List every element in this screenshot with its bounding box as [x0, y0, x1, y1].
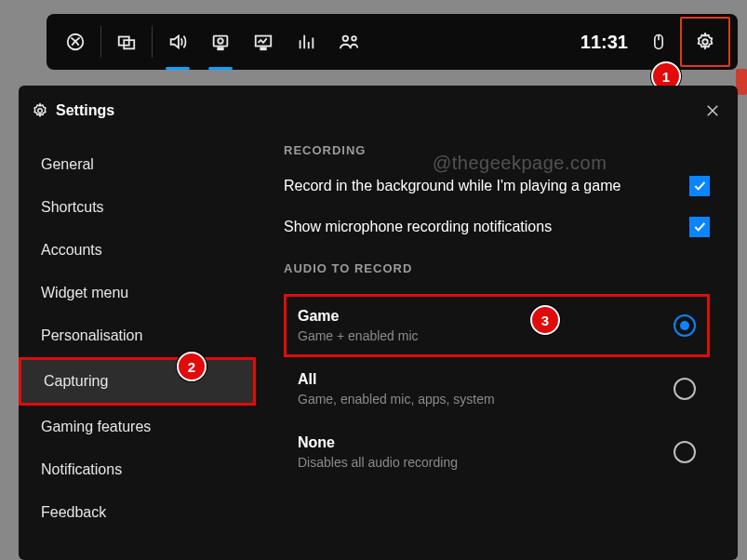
svg-point-8 — [343, 36, 349, 42]
checkbox-mic-notifications[interactable] — [689, 217, 710, 237]
topbar-separator — [152, 26, 153, 58]
sidebar-item-shortcuts[interactable]: Shortcuts — [19, 186, 256, 229]
option-row-background-record: Record in the background while I'm playi… — [284, 176, 710, 196]
radio-title: All — [298, 371, 674, 388]
svg-rect-6 — [256, 36, 272, 47]
option-label: Record in the background while I'm playi… — [284, 178, 689, 194]
svg-point-13 — [38, 109, 43, 113]
xbox-icon[interactable] — [54, 20, 97, 63]
sidebar-item-capturing[interactable]: Capturing — [21, 360, 253, 403]
social-icon[interactable] — [327, 20, 370, 63]
svg-point-9 — [352, 36, 356, 41]
option-row-mic-notifications: Show microphone recording notifications — [284, 217, 710, 237]
sidebar-item-gaming-features[interactable]: Gaming features — [19, 406, 256, 448]
annotation-badge-3: 3 — [530, 305, 560, 335]
radio-subtitle: Game, enabled mic, apps, system — [298, 392, 674, 407]
settings-button-highlight — [680, 17, 730, 67]
widgets-icon[interactable] — [105, 20, 148, 63]
sidebar-item-feedback[interactable]: Feedback — [19, 491, 256, 534]
radio-title: None — [298, 434, 674, 451]
svg-rect-3 — [214, 36, 228, 47]
option-label: Show microphone recording notifications — [284, 219, 689, 235]
svg-rect-7 — [260, 47, 266, 49]
sidebar-item-general[interactable]: General — [19, 143, 256, 186]
sidebar-item-personalisation[interactable]: Personalisation — [19, 314, 256, 357]
settings-panel: Settings General Shortcuts Accounts Widg… — [19, 86, 738, 560]
sidebar-item-notifications[interactable]: Notifications — [19, 448, 256, 491]
radio-option-all[interactable]: All Game, enabled mic, apps, system — [284, 357, 710, 420]
close-icon[interactable] — [700, 99, 725, 123]
performance-icon[interactable] — [242, 20, 285, 63]
mouse-icon[interactable] — [637, 20, 680, 63]
resources-icon[interactable] — [285, 20, 327, 63]
radio-button[interactable] — [674, 441, 696, 463]
radio-option-game[interactable]: Game Game + enabled mic — [284, 294, 710, 357]
annotation-badge-2: 2 — [177, 352, 207, 381]
sidebar-item-capturing-highlight: Capturing — [19, 357, 256, 406]
sidebar-item-accounts[interactable]: Accounts — [19, 229, 256, 272]
settings-content: RECORDING Record in the background while… — [256, 127, 738, 554]
radio-button[interactable] — [674, 314, 696, 337]
audio-radio-group: Game Game + enabled mic All Game, enable… — [284, 294, 710, 484]
capture-icon[interactable] — [199, 20, 242, 63]
radio-button[interactable] — [674, 378, 696, 400]
checkbox-background-record[interactable] — [689, 176, 710, 196]
svg-point-12 — [702, 39, 708, 45]
clock-label: 11:31 — [571, 32, 637, 53]
radio-option-none[interactable]: None Disables all audio recording — [284, 420, 710, 484]
sidebar-item-widget-menu[interactable]: Widget menu — [19, 272, 256, 314]
radio-subtitle: Game + enabled mic — [298, 328, 674, 343]
settings-button[interactable] — [684, 20, 727, 63]
settings-sidebar: General Shortcuts Accounts Widget menu P… — [19, 127, 256, 554]
section-header-audio: AUDIO TO RECORD — [284, 261, 710, 275]
topbar-separator — [100, 26, 101, 58]
radio-subtitle: Disables all audio recording — [298, 455, 674, 470]
watermark-text: @thegeekpage.com — [433, 153, 607, 174]
xbox-gamebar-topbar: 11:31 — [47, 14, 738, 70]
gear-icon — [32, 102, 48, 119]
audio-icon[interactable] — [156, 20, 199, 63]
radio-title: Game — [298, 308, 674, 325]
svg-rect-5 — [218, 47, 223, 49]
panel-title: Settings — [56, 102, 114, 119]
svg-point-4 — [218, 38, 223, 44]
panel-header: Settings — [19, 95, 738, 127]
